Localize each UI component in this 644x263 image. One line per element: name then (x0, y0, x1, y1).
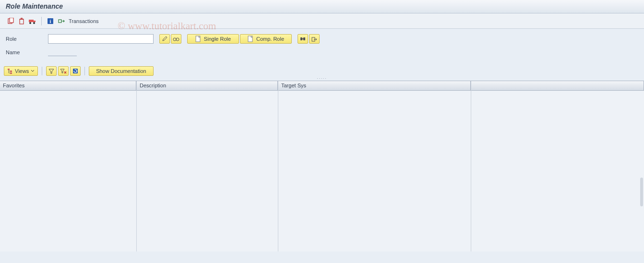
single-role-label: Single Role (204, 36, 231, 42)
page-title: Role Maintenance (6, 2, 63, 10)
funnel-icon (48, 68, 54, 74)
app-toolbar: i Transactions (0, 13, 644, 29)
svg-rect-6 (34, 21, 36, 22)
transactions-expand-icon[interactable] (57, 16, 66, 26)
svg-rect-1 (10, 18, 13, 23)
column-spare (471, 81, 644, 251)
col-body-favorites[interactable] (0, 91, 136, 251)
views-button[interactable]: Views (4, 66, 38, 76)
role-edit-group (159, 34, 181, 44)
refresh-button[interactable] (70, 66, 81, 76)
show-doc-label: Show Documentation (96, 68, 146, 74)
refresh-icon (72, 68, 78, 74)
svg-point-12 (173, 38, 176, 41)
svg-rect-23 (10, 72, 12, 74)
scrollbar-vertical[interactable] (640, 178, 643, 206)
pencil-icon (162, 36, 167, 42)
create-role-group: Single Role Comp. Role (187, 34, 292, 44)
glasses-icon (173, 36, 179, 42)
svg-rect-5 (29, 20, 34, 22)
page-icon (195, 36, 201, 42)
filter-button[interactable] (46, 66, 57, 76)
svg-point-7 (29, 22, 31, 24)
comp-role-button[interactable]: Comp. Role (240, 34, 292, 44)
value-help-button[interactable] (309, 34, 320, 44)
name-value (48, 48, 77, 56)
role-input[interactable] (48, 34, 154, 44)
show-documentation-button[interactable]: Show Documentation (89, 66, 154, 76)
copy-icon[interactable] (6, 16, 15, 26)
form-area: Role Single Role Comp. Role (0, 29, 644, 63)
column-targetsys: Target Sys (278, 81, 471, 251)
col-header-targetsys[interactable]: Target Sys (278, 81, 471, 91)
transport-icon[interactable] (28, 16, 37, 26)
views-label: Views (15, 68, 29, 74)
role-row: Role Single Role Comp. Role (6, 34, 638, 44)
grid-container: Favorites Description Target Sys (0, 81, 644, 251)
info-icon[interactable]: i (46, 16, 55, 26)
svg-text:i: i (50, 19, 51, 24)
transactions-label[interactable]: Transactions (69, 18, 99, 24)
svg-rect-21 (8, 69, 10, 70)
name-label: Name (6, 49, 48, 55)
col-header-description[interactable]: Description (137, 81, 278, 91)
tree-icon (7, 68, 13, 74)
column-favorites: Favorites (0, 81, 137, 251)
col-body-targetsys[interactable] (278, 91, 471, 251)
separator (41, 17, 42, 25)
filter-delete-button[interactable] (58, 66, 69, 76)
dropdown-arrow-icon (31, 69, 35, 73)
grid-toolbar: Views Show Documentation (0, 63, 644, 78)
separator (84, 67, 85, 75)
svg-rect-2 (20, 19, 24, 24)
display-button[interactable] (171, 34, 181, 44)
svg-rect-11 (59, 20, 61, 23)
title-bar: Role Maintenance (0, 0, 644, 13)
role-label: Role (6, 36, 48, 42)
svg-rect-19 (302, 38, 304, 39)
svg-rect-22 (10, 71, 12, 72)
separator (42, 67, 42, 75)
comp-role-label: Comp. Role (256, 36, 284, 42)
favorites-grid: Favorites Description Target Sys (0, 81, 644, 251)
svg-point-13 (176, 38, 179, 41)
delete-icon[interactable] (17, 16, 26, 26)
page-icon (248, 36, 253, 42)
single-role-button[interactable]: Single Role (187, 34, 239, 44)
col-body-spare[interactable] (471, 91, 644, 251)
column-description: Description (137, 81, 278, 251)
binoculars-icon (300, 36, 306, 42)
col-body-description[interactable] (137, 91, 278, 251)
name-row: Name (6, 47, 638, 58)
extra-group (298, 34, 320, 44)
col-header-favorites[interactable]: Favorites (0, 81, 136, 91)
export-icon (311, 36, 317, 42)
find-button[interactable] (298, 34, 308, 44)
edit-button[interactable] (159, 34, 170, 44)
funnel-x-icon (60, 68, 67, 74)
col-header-spare[interactable] (471, 81, 644, 91)
svg-point-8 (33, 22, 35, 24)
